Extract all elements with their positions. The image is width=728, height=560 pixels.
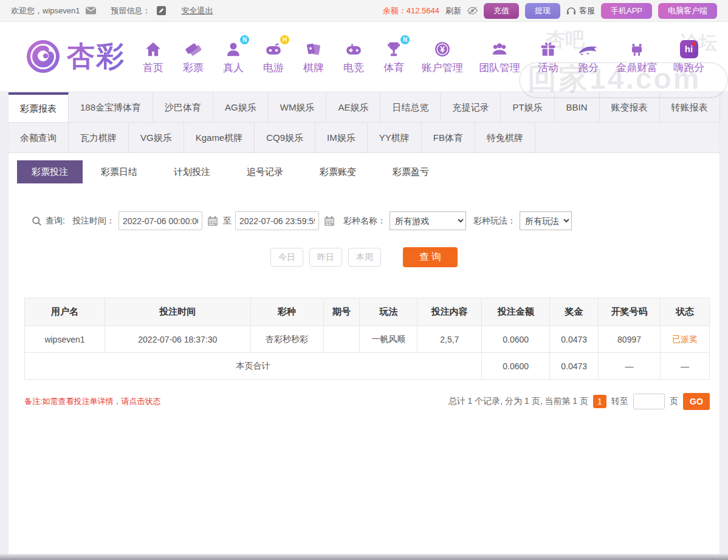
tab-wm[interactable]: WM娱乐 bbox=[269, 92, 327, 122]
sub-tabs: 彩票投注 彩票日结 计划投注 追号记录 彩票账变 彩票盈亏 bbox=[17, 160, 719, 183]
balance-text: 余额：412.5644 bbox=[383, 5, 439, 16]
tab-rebate-total[interactable]: 返点总额 bbox=[720, 92, 728, 122]
recharge-button[interactable]: 充值 bbox=[484, 3, 519, 19]
subtab-lottery-changes[interactable]: 彩票账变 bbox=[301, 160, 374, 183]
subtab-lottery-pnl[interactable]: 彩票盈亏 bbox=[374, 160, 447, 183]
query-button[interactable]: 查 询 bbox=[403, 247, 458, 267]
tab-daily-summary[interactable]: 日结总览 bbox=[380, 92, 441, 122]
topbar-left: 欢迎您，wipseven1 预留信息： 安全退出 bbox=[11, 5, 213, 16]
this-week-button[interactable]: 本周 bbox=[348, 248, 381, 267]
subtab-chase-records[interactable]: 追号记录 bbox=[228, 160, 301, 183]
nav-label: 账户管理 bbox=[422, 61, 463, 75]
main-nav: 首页 彩票 N 真人 H 电游 棋牌 bbox=[141, 39, 704, 75]
tab-deposit-withdraw[interactable]: 充提记录 bbox=[441, 92, 501, 122]
logout-link[interactable]: 安全退出 bbox=[181, 5, 213, 16]
tab-balance-query[interactable]: 余额查询 bbox=[9, 123, 69, 152]
nav-item-home[interactable]: 首页 bbox=[141, 39, 165, 75]
tab-ag[interactable]: AG娱乐 bbox=[213, 92, 269, 122]
table-footer: 备注:如需查看投注单详情，请点击状态 总计 1 个记录, 分为 1 页, 当前第… bbox=[24, 393, 710, 410]
nav-item-promos[interactable]: 活动 bbox=[536, 39, 560, 75]
quick-filter-row: 今日 昨日 本周 查 询 bbox=[9, 247, 719, 267]
tab-vg[interactable]: VG娱乐 bbox=[129, 123, 184, 152]
lottery-name-select[interactable]: 所有游戏 bbox=[390, 211, 466, 230]
nav-item-account[interactable]: ¥ 账户管理 bbox=[422, 39, 463, 75]
content-card: 彩票报表 188金宝博体育 沙巴体育 AG娱乐 WM娱乐 AE娱乐 日结总览 充… bbox=[9, 92, 719, 554]
goto-page-input[interactable] bbox=[633, 394, 665, 409]
cell-draw-number: 80997 bbox=[599, 326, 661, 353]
page-bottom-band bbox=[0, 554, 728, 560]
tab-fb-sports[interactable]: FB体育 bbox=[422, 123, 475, 152]
go-button[interactable]: GO bbox=[683, 393, 710, 410]
pagination: 总计 1 个记录, 分为 1 页, 当前第 1 页 1 转至 页 GO bbox=[448, 393, 710, 410]
to-label: 至 bbox=[223, 216, 232, 227]
col-issue: 期号 bbox=[323, 298, 360, 326]
date-to-input[interactable] bbox=[235, 211, 319, 230]
play-type-select[interactable]: 所有玩法 bbox=[520, 211, 572, 230]
tab-pt[interactable]: PT娱乐 bbox=[501, 92, 554, 122]
cell-bet-amount: 0.0600 bbox=[482, 326, 550, 353]
cards-icon bbox=[303, 39, 324, 60]
nav-label: 活动 bbox=[538, 61, 558, 75]
nav-item-cards[interactable]: 棋牌 bbox=[301, 39, 326, 75]
mail-icon[interactable] bbox=[86, 5, 96, 16]
tab-lottery-report[interactable]: 彩票报表 bbox=[9, 92, 69, 122]
subtab-lottery-daily[interactable]: 彩票日结 bbox=[83, 160, 156, 183]
nav-label: 彩票 bbox=[183, 61, 204, 75]
status-link[interactable]: 已派奖 bbox=[672, 334, 698, 344]
pc-client-button[interactable]: 电脑客户端 bbox=[658, 3, 717, 19]
page-word: 页 bbox=[670, 396, 678, 407]
search-form: 查询: 投注时间： 至 彩种名称： 所有游戏 彩种玩法： 所有玩法 bbox=[9, 211, 719, 230]
today-button[interactable]: 今日 bbox=[270, 248, 303, 267]
cell-play: 一帆风顺 bbox=[360, 326, 417, 353]
date-from-input[interactable] bbox=[118, 211, 202, 230]
pagination-summary: 总计 1 个记录, 分为 1 页, 当前第 1 页 bbox=[448, 396, 588, 407]
table-header-row: 用户名 投注时间 彩种 期号 玩法 投注内容 投注金额 奖金 开奖号码 状态 bbox=[25, 298, 710, 326]
tab-account-change[interactable]: 账变报表 bbox=[600, 92, 660, 122]
nav-item-team[interactable]: 团队管理 bbox=[479, 39, 520, 75]
nav-label: 金鼎财富 bbox=[616, 61, 658, 75]
tab-im[interactable]: IM娱乐 bbox=[315, 123, 368, 152]
tab-kgame[interactable]: Kgame棋牌 bbox=[184, 123, 255, 152]
nav-item-egames[interactable]: H 电游 bbox=[261, 39, 286, 75]
col-username: 用户名 bbox=[25, 298, 105, 326]
subtab-lottery-bets[interactable]: 彩票投注 bbox=[17, 160, 83, 183]
calendar-icon[interactable] bbox=[324, 216, 335, 227]
nav-item-jinding[interactable]: 金鼎财富 bbox=[616, 39, 658, 75]
tab-bbin[interactable]: BBIN bbox=[555, 92, 600, 122]
withdraw-button[interactable]: 提现 bbox=[525, 3, 560, 19]
tab-ae[interactable]: AE娱乐 bbox=[326, 92, 380, 122]
subtab-plan-bets[interactable]: 计划投注 bbox=[156, 160, 228, 183]
col-bet-amount: 投注金额 bbox=[482, 298, 550, 326]
welcome-text: 欢迎您，wipseven1 bbox=[11, 5, 80, 16]
nav-item-paofen[interactable]: 跑分 bbox=[576, 39, 600, 75]
page-1-button[interactable]: 1 bbox=[593, 395, 606, 408]
nav-item-lottery[interactable]: 彩票 bbox=[181, 39, 205, 75]
tab-188-sports[interactable]: 188金宝博体育 bbox=[69, 92, 153, 122]
tab-yy-cards[interactable]: YY棋牌 bbox=[368, 123, 422, 152]
refresh-link[interactable]: 刷新 bbox=[445, 5, 461, 16]
nav-item-hipaofen[interactable]: hi 嗨跑分 bbox=[673, 39, 704, 75]
tab-transfer-report[interactable]: 转账报表 bbox=[660, 92, 720, 122]
customer-service[interactable]: 客服 bbox=[566, 5, 595, 16]
nav-item-live[interactable]: N 真人 bbox=[221, 39, 246, 75]
tab-shaba-sports[interactable]: 沙巴体育 bbox=[153, 92, 213, 122]
header: 杏彩 首页 彩票 N 真人 H 电游 bbox=[0, 22, 728, 91]
tab-cq9[interactable]: CQ9娱乐 bbox=[255, 123, 315, 152]
nav-label: 棋牌 bbox=[303, 61, 324, 75]
nav-item-esports[interactable]: 电竞 bbox=[342, 39, 366, 75]
nav-item-sports[interactable]: N 体育 bbox=[382, 39, 406, 75]
total-draw-dash: — bbox=[599, 353, 661, 380]
esports-gamepad-icon bbox=[343, 39, 364, 60]
tab-wali-cards[interactable]: 瓦力棋牌 bbox=[69, 123, 129, 152]
edit-pencil-icon[interactable] bbox=[156, 5, 167, 16]
cell-bet-content: 2,5,7 bbox=[417, 326, 482, 353]
mobile-app-button[interactable]: 手机APP bbox=[601, 3, 652, 19]
eye-off-icon[interactable] bbox=[467, 5, 478, 16]
report-tabs-row-2: 余额查询 瓦力棋牌 VG娱乐 Kgame棋牌 CQ9娱乐 IM娱乐 YY棋牌 F… bbox=[9, 123, 719, 153]
nav-label: 电游 bbox=[263, 61, 284, 75]
nav-label: 团队管理 bbox=[479, 61, 520, 75]
calendar-icon[interactable] bbox=[207, 216, 218, 227]
brand-logo[interactable]: 杏彩 bbox=[24, 38, 125, 75]
tab-tetu-cards[interactable]: 特兔棋牌 bbox=[475, 123, 535, 152]
yesterday-button[interactable]: 昨日 bbox=[309, 248, 342, 267]
